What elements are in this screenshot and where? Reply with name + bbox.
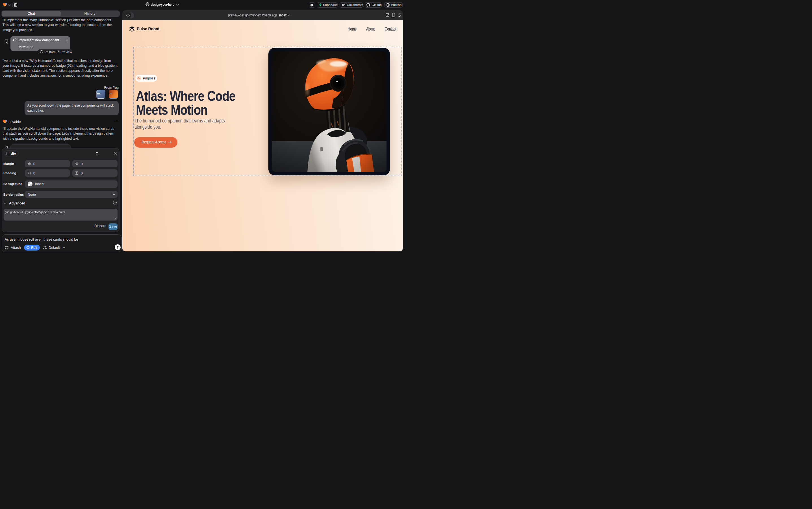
svg-text:?: ? — [114, 201, 116, 204]
